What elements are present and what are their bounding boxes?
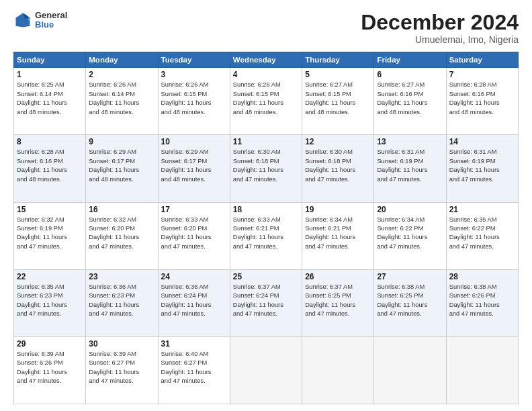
table-row: 21Sunrise: 6:35 AMSunset: 6:22 PMDayligh… <box>446 202 518 269</box>
col-monday: Monday <box>86 52 158 68</box>
day-number: 14 <box>449 137 515 146</box>
table-row: 9Sunrise: 6:29 AMSunset: 6:17 PMDaylight… <box>86 135 158 202</box>
location-subtitle: Umuelemai, Imo, Nigeria <box>361 34 519 45</box>
day-info: Sunrise: 6:27 AMSunset: 6:15 PMDaylight:… <box>305 81 371 117</box>
logo-text: General Blue <box>35 11 67 30</box>
col-thursday: Thursday <box>302 52 374 68</box>
month-title: December 2024 <box>361 11 519 34</box>
table-row: 18Sunrise: 6:33 AMSunset: 6:21 PMDayligh… <box>230 202 302 269</box>
day-number: 20 <box>377 205 443 214</box>
day-number: 5 <box>305 70 371 79</box>
day-number: 2 <box>89 70 154 79</box>
day-info: Sunrise: 6:26 AMSunset: 6:15 PMDaylight:… <box>233 81 299 117</box>
day-info: Sunrise: 6:28 AMSunset: 6:16 PMDaylight:… <box>17 148 83 184</box>
table-row: 30Sunrise: 6:39 AMSunset: 6:27 PMDayligh… <box>86 336 158 404</box>
calendar-week-row: 8Sunrise: 6:28 AMSunset: 6:16 PMDaylight… <box>14 135 519 202</box>
title-block: December 2024 Umuelemai, Imo, Nigeria <box>361 11 519 45</box>
day-number: 1 <box>17 70 83 79</box>
day-number: 21 <box>449 205 515 214</box>
svg-marker-0 <box>16 13 30 28</box>
day-info: Sunrise: 6:39 AMSunset: 6:26 PMDaylight:… <box>17 350 83 386</box>
table-row <box>446 336 518 404</box>
day-number: 4 <box>233 70 299 79</box>
day-info: Sunrise: 6:34 AMSunset: 6:22 PMDaylight:… <box>377 216 443 252</box>
day-info: Sunrise: 6:26 AMSunset: 6:15 PMDaylight:… <box>161 81 227 117</box>
table-row: 26Sunrise: 6:37 AMSunset: 6:25 PMDayligh… <box>302 269 374 336</box>
table-row: 25Sunrise: 6:37 AMSunset: 6:24 PMDayligh… <box>230 269 302 336</box>
table-row: 3Sunrise: 6:26 AMSunset: 6:15 PMDaylight… <box>158 68 230 135</box>
day-number: 10 <box>161 137 227 146</box>
day-number: 3 <box>161 70 227 79</box>
day-info: Sunrise: 6:31 AMSunset: 6:19 PMDaylight:… <box>377 148 443 184</box>
day-number: 30 <box>89 339 154 349</box>
day-number: 25 <box>233 272 299 281</box>
day-info: Sunrise: 6:29 AMSunset: 6:17 PMDaylight:… <box>89 148 154 184</box>
table-row <box>302 336 374 404</box>
table-row: 29Sunrise: 6:39 AMSunset: 6:26 PMDayligh… <box>14 336 86 404</box>
calendar-week-row: 22Sunrise: 6:35 AMSunset: 6:23 PMDayligh… <box>14 269 519 336</box>
table-row: 1Sunrise: 6:25 AMSunset: 6:14 PMDaylight… <box>14 68 86 135</box>
day-number: 22 <box>17 272 83 281</box>
table-row: 20Sunrise: 6:34 AMSunset: 6:22 PMDayligh… <box>374 202 446 269</box>
table-row: 31Sunrise: 6:40 AMSunset: 6:27 PMDayligh… <box>158 336 230 404</box>
day-info: Sunrise: 6:28 AMSunset: 6:16 PMDaylight:… <box>449 81 515 117</box>
day-info: Sunrise: 6:37 AMSunset: 6:24 PMDaylight:… <box>233 283 299 319</box>
day-info: Sunrise: 6:34 AMSunset: 6:21 PMDaylight:… <box>305 216 371 252</box>
header: General Blue December 2024 Umuelemai, Im… <box>13 11 519 45</box>
col-friday: Friday <box>374 52 446 68</box>
table-row <box>230 336 302 404</box>
table-row: 19Sunrise: 6:34 AMSunset: 6:21 PMDayligh… <box>302 202 374 269</box>
table-row: 17Sunrise: 6:33 AMSunset: 6:20 PMDayligh… <box>158 202 230 269</box>
day-info: Sunrise: 6:38 AMSunset: 6:25 PMDaylight:… <box>377 283 443 319</box>
col-wednesday: Wednesday <box>230 52 302 68</box>
day-info: Sunrise: 6:33 AMSunset: 6:20 PMDaylight:… <box>161 216 227 252</box>
table-row: 23Sunrise: 6:36 AMSunset: 6:23 PMDayligh… <box>86 269 158 336</box>
day-info: Sunrise: 6:35 AMSunset: 6:22 PMDaylight:… <box>449 216 515 252</box>
day-info: Sunrise: 6:32 AMSunset: 6:19 PMDaylight:… <box>17 216 83 252</box>
day-number: 7 <box>449 70 515 79</box>
day-number: 18 <box>233 205 299 214</box>
calendar-header-row: Sunday Monday Tuesday Wednesday Thursday… <box>14 52 519 68</box>
day-number: 12 <box>305 137 371 146</box>
logo-general: General <box>35 11 67 20</box>
day-info: Sunrise: 6:32 AMSunset: 6:20 PMDaylight:… <box>89 216 154 252</box>
table-row: 8Sunrise: 6:28 AMSunset: 6:16 PMDaylight… <box>14 135 86 202</box>
day-number: 6 <box>377 70 443 79</box>
day-info: Sunrise: 6:33 AMSunset: 6:21 PMDaylight:… <box>233 216 299 252</box>
calendar-week-row: 15Sunrise: 6:32 AMSunset: 6:19 PMDayligh… <box>14 202 519 269</box>
day-number: 13 <box>377 137 443 146</box>
day-info: Sunrise: 6:25 AMSunset: 6:14 PMDaylight:… <box>17 81 83 117</box>
day-number: 9 <box>89 137 154 146</box>
page: General Blue December 2024 Umuelemai, Im… <box>0 0 532 411</box>
day-info: Sunrise: 6:30 AMSunset: 6:18 PMDaylight:… <box>233 148 299 184</box>
logo: General Blue <box>13 11 67 30</box>
col-saturday: Saturday <box>446 52 518 68</box>
day-number: 19 <box>305 205 371 214</box>
day-info: Sunrise: 6:36 AMSunset: 6:23 PMDaylight:… <box>89 283 154 319</box>
day-info: Sunrise: 6:36 AMSunset: 6:24 PMDaylight:… <box>161 283 227 319</box>
table-row: 28Sunrise: 6:38 AMSunset: 6:26 PMDayligh… <box>446 269 518 336</box>
table-row: 13Sunrise: 6:31 AMSunset: 6:19 PMDayligh… <box>374 135 446 202</box>
logo-blue: Blue <box>35 20 67 30</box>
table-row: 11Sunrise: 6:30 AMSunset: 6:18 PMDayligh… <box>230 135 302 202</box>
calendar-week-row: 1Sunrise: 6:25 AMSunset: 6:14 PMDaylight… <box>14 68 519 135</box>
calendar-table: Sunday Monday Tuesday Wednesday Thursday… <box>13 52 519 404</box>
day-info: Sunrise: 6:40 AMSunset: 6:27 PMDaylight:… <box>161 350 227 386</box>
table-row: 27Sunrise: 6:38 AMSunset: 6:25 PMDayligh… <box>374 269 446 336</box>
day-info: Sunrise: 6:31 AMSunset: 6:19 PMDaylight:… <box>449 148 515 184</box>
table-row: 14Sunrise: 6:31 AMSunset: 6:19 PMDayligh… <box>446 135 518 202</box>
day-info: Sunrise: 6:38 AMSunset: 6:26 PMDaylight:… <box>449 283 515 319</box>
day-number: 28 <box>449 272 515 281</box>
col-tuesday: Tuesday <box>158 52 230 68</box>
table-row: 4Sunrise: 6:26 AMSunset: 6:15 PMDaylight… <box>230 68 302 135</box>
day-info: Sunrise: 6:35 AMSunset: 6:23 PMDaylight:… <box>17 283 83 319</box>
day-info: Sunrise: 6:26 AMSunset: 6:14 PMDaylight:… <box>89 81 154 117</box>
day-number: 24 <box>161 272 227 281</box>
day-number: 27 <box>377 272 443 281</box>
day-info: Sunrise: 6:37 AMSunset: 6:25 PMDaylight:… <box>305 283 371 319</box>
day-number: 17 <box>161 205 227 214</box>
table-row: 2Sunrise: 6:26 AMSunset: 6:14 PMDaylight… <box>86 68 158 135</box>
day-number: 11 <box>233 137 299 146</box>
table-row: 12Sunrise: 6:30 AMSunset: 6:18 PMDayligh… <box>302 135 374 202</box>
table-row: 10Sunrise: 6:29 AMSunset: 6:17 PMDayligh… <box>158 135 230 202</box>
